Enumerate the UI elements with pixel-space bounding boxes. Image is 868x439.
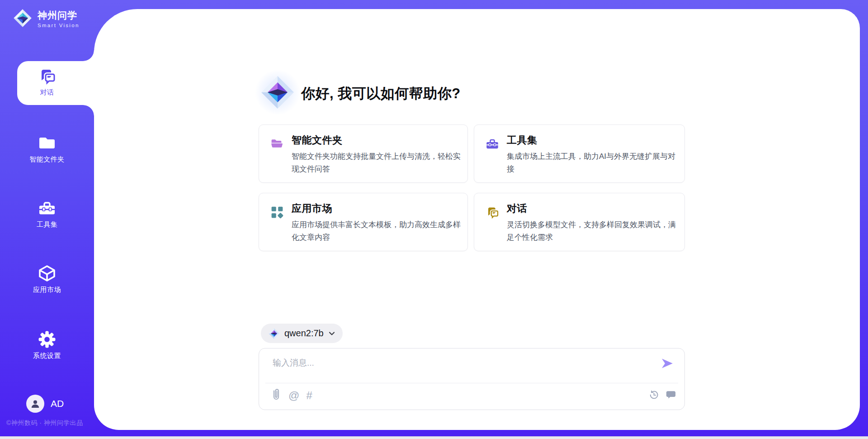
card-title: 应用市场 [292,202,332,215]
brand-subtitle: Smart Vision [38,23,80,28]
sidebar-item-toolset[interactable]: 工具集 [0,199,94,229]
sidebar-item-label: 智能文件夹 [0,155,94,164]
message-input[interactable] [272,356,653,382]
brand-logo: 神州问学 Smart Vision [13,8,80,30]
active-tab-scoop-bottom [83,105,94,116]
active-tab-scoop-top [83,50,94,61]
mention-icon[interactable]: @ [288,390,299,401]
card-title: 对话 [507,202,527,215]
folder-icon [38,134,56,142]
card-app-market[interactable]: 应用市场 应用市场提供丰富长文本模板，助力高效生成多样化文章内容 [259,193,468,251]
feature-cards: 智能文件夹 智能文件夹功能支持批量文件上传与清洗，轻松实现文件问答 工具集 集成… [259,124,685,251]
sidebar-item-label: 系统设置 [0,352,94,360]
cube-icon [38,264,56,272]
card-description: 集成市场上主流工具，助力AI与外界无缝扩展与对接 [507,150,676,176]
brand-name: 神州问学 [38,10,80,21]
assistant-diamond-icon [259,74,296,110]
card-description: 应用市场提供丰富长文本模板，助力高效生成多样化文章内容 [292,219,461,244]
toolbox-icon [486,137,499,151]
brand-diamond-icon [13,8,33,30]
user-name: AD [51,398,64,409]
card-description: 灵活切换多模型文件，支持多样回复效果调试，满足个性化需求 [507,219,676,244]
comment-bubble-icon[interactable] [665,389,676,402]
card-chat[interactable]: 对话 灵活切换多模型文件，支持多样回复效果调试，满足个性化需求 [474,193,685,251]
gear-icon [38,330,56,338]
sidebar-footer-text: ©神州数码 · 神州问学出品 [6,419,83,427]
sidebar-item-smart-folder[interactable]: 智能文件夹 [0,134,94,164]
sidebar-item-label: 工具集 [0,220,94,229]
card-smart-folder[interactable]: 智能文件夹 智能文件夹功能支持批量文件上传与清洗，轻松实现文件问答 [259,124,468,183]
sidebar-item-chat[interactable]: 对话 [0,67,94,97]
card-toolset[interactable]: 工具集 集成市场上主流工具，助力AI与外界无缝扩展与对接 [474,124,685,183]
sidebar-item-label: 应用市场 [0,286,94,294]
card-title: 智能文件夹 [292,134,343,147]
page-bottom-strip [0,436,868,439]
avatar[interactable] [26,395,44,413]
model-selector[interactable]: qwen2:7b [261,324,343,343]
chat-bubbles-icon [486,205,499,219]
sidebar-item-settings[interactable]: 系统设置 [0,330,94,360]
folder-open-icon [270,137,284,151]
send-icon[interactable] [660,356,675,371]
sidebar-item-label: 对话 [0,88,94,97]
hashtag-icon[interactable]: # [306,390,312,401]
apps-grid-icon [270,205,284,219]
model-diamond-icon [268,328,280,339]
card-description: 智能文件夹功能支持批量文件上传与清洗，轻松实现文件问答 [292,150,461,176]
sidebar-item-app-market[interactable]: 应用市场 [0,264,94,294]
message-composer: @ # [259,348,685,410]
card-title: 工具集 [507,134,538,147]
chevron-down-icon [328,330,335,337]
paperclip-icon[interactable] [271,388,282,403]
model-name: qwen2:7b [284,328,324,339]
greeting-title: 你好, 我可以如何帮助你? [301,84,461,103]
composer-divider [265,383,678,383]
chat-icon [38,67,56,75]
toolbox-icon [38,199,56,207]
history-icon[interactable] [649,390,659,402]
